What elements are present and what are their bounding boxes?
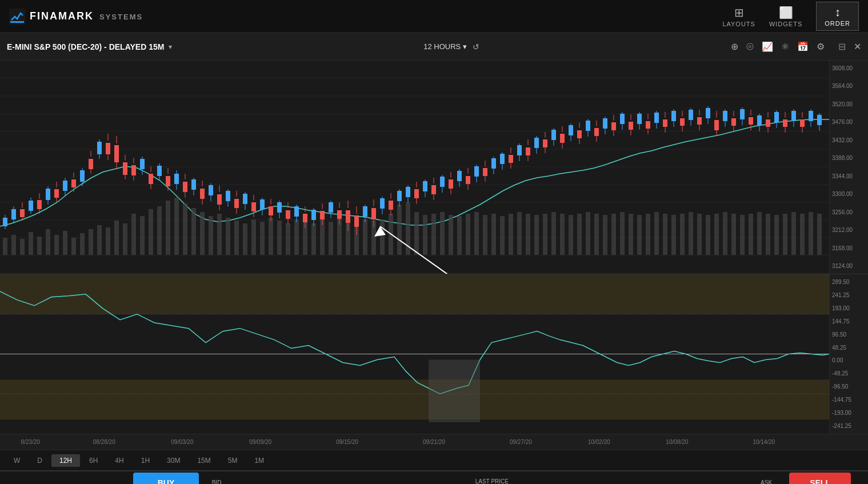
price-3388: 3388.00 [832,155,866,161]
chart-type-icon[interactable]: 📈 [762,41,773,52]
symbol-dropdown[interactable]: ▾ [169,43,172,51]
price-3564: 3564.00 [832,83,866,89]
svg-rect-363 [723,111,727,121]
svg-rect-82 [586,212,590,255]
svg-rect-240 [371,208,376,219]
tab-1H[interactable]: 1H [133,454,158,467]
ind-neg144: -144.75 [832,397,866,403]
svg-rect-18 [37,237,42,255]
ind-neg241: -241.25 [832,423,866,429]
tab-15M[interactable]: 15M [189,454,218,467]
svg-rect-294 [526,147,530,155]
svg-rect-264 [440,177,445,187]
svg-rect-24 [89,229,93,255]
svg-rect-204 [269,206,273,215]
svg-rect-396 [817,115,822,125]
tab-5M[interactable]: 5M [220,454,246,467]
time-label-903: 09/03/20 [171,439,194,445]
timeframe-label: 12 HOURS [423,42,461,51]
svg-rect-20 [54,235,59,255]
layouts-button[interactable]: ⊞ LAYOUTS [722,6,755,27]
time-axis: 8/23/20 08/28/20 09/03/20 09/09/20 09/15… [0,434,868,450]
symbol-name: E-MINI S&P 500 (DEC-20) - DELAYED 15M [7,42,164,51]
svg-rect-98 [723,212,727,255]
svg-rect-67 [457,216,462,255]
svg-rect-40 [226,218,230,255]
svg-rect-85 [611,214,616,255]
svg-rect-120 [29,201,33,211]
price-3344: 3344.00 [832,173,866,179]
tab-30M[interactable]: 30M [159,454,188,467]
svg-rect-14 [3,238,7,255]
svg-rect-91 [663,214,667,255]
time-label-921: 09/21/20 [423,439,445,445]
refresh-icon[interactable]: ↺ [473,42,479,51]
calendar-icon[interactable]: 📅 [797,41,809,52]
ind-neg193: -193.00 [832,410,866,416]
svg-rect-327 [620,114,625,124]
main-chart-area: 3608.00 3564.00 3520.00 3476.00 3432.00 … [0,61,868,274]
price-marker-icon[interactable]: ⦾ [746,42,754,52]
svg-rect-153 [123,162,127,175]
order-button[interactable]: ↕ ORDER [816,2,859,31]
svg-rect-258 [423,181,427,191]
candlestick-chart[interactable] [0,61,829,274]
svg-rect-100 [740,215,745,255]
svg-rect-318 [594,128,599,136]
svg-rect-378 [766,119,770,127]
svg-rect-50 [311,223,316,255]
tab-12H[interactable]: 12H [51,454,80,467]
svg-rect-375 [757,115,762,126]
price-3168: 3168.00 [832,245,866,251]
time-label-1002: 10/02/20 [588,439,610,445]
svg-rect-222 [320,211,325,219]
ind-193: 193.00 [832,305,866,311]
tab-1M[interactable]: 1M [246,454,272,467]
svg-rect-303 [551,130,556,140]
layouts-icon: ⊞ [734,6,744,19]
crosshair-tool-icon[interactable]: ⊕ [731,41,738,52]
sell-market-button[interactable]: SELLMARKET [789,473,851,484]
close-icon[interactable]: ✕ [854,41,861,52]
svg-rect-141 [89,159,93,169]
svg-rect-68 [466,214,470,255]
svg-rect-95 [697,214,702,255]
svg-rect-372 [749,117,753,125]
price-3432: 3432.00 [832,137,866,143]
svg-rect-390 [800,119,805,127]
settings-icon[interactable]: ⚙ [817,41,825,52]
svg-rect-15 [11,235,16,255]
svg-rect-180 [200,189,205,199]
timeframe-button[interactable]: 12 HOURS ▾ [423,42,467,51]
svg-rect-324 [611,122,616,130]
svg-rect-109 [817,214,822,255]
svg-rect-106 [791,212,796,255]
buy-market-button[interactable]: BUYMARKET [133,473,199,484]
svg-rect-261 [431,185,436,194]
time-label-1014: 10/14/20 [753,439,775,445]
svg-rect-366 [731,118,736,126]
svg-rect-183 [209,185,213,195]
last-price-label: LAST PRICE [475,478,509,484]
sell-area: SELLMARKET SELL BID SELL ASK [781,473,859,484]
svg-rect-132 [63,181,67,191]
tab-W[interactable]: W [6,454,28,467]
svg-rect-28 [123,223,127,255]
tab-4H[interactable]: 4H [107,454,131,467]
indicator-svg [0,274,829,434]
svg-rect-32 [157,206,162,255]
svg-rect-102 [757,212,762,255]
svg-rect-195 [243,194,247,204]
svg-rect-70 [483,215,487,255]
layers-icon[interactable]: ⚛ [781,41,789,52]
layouts-label: LAYOUTS [722,21,755,27]
indicator-chart[interactable] [0,274,829,434]
widgets-button[interactable]: ⬜ WIDGETS [769,6,802,27]
svg-rect-381 [774,112,779,122]
tab-D[interactable]: D [29,454,50,467]
collapse-icon[interactable]: ⊟ [838,41,846,52]
price-3256: 3256.00 [832,209,866,215]
tab-6H[interactable]: 6H [81,454,106,467]
time-label-909: 09/09/20 [249,439,271,445]
svg-rect-58 [380,219,385,255]
